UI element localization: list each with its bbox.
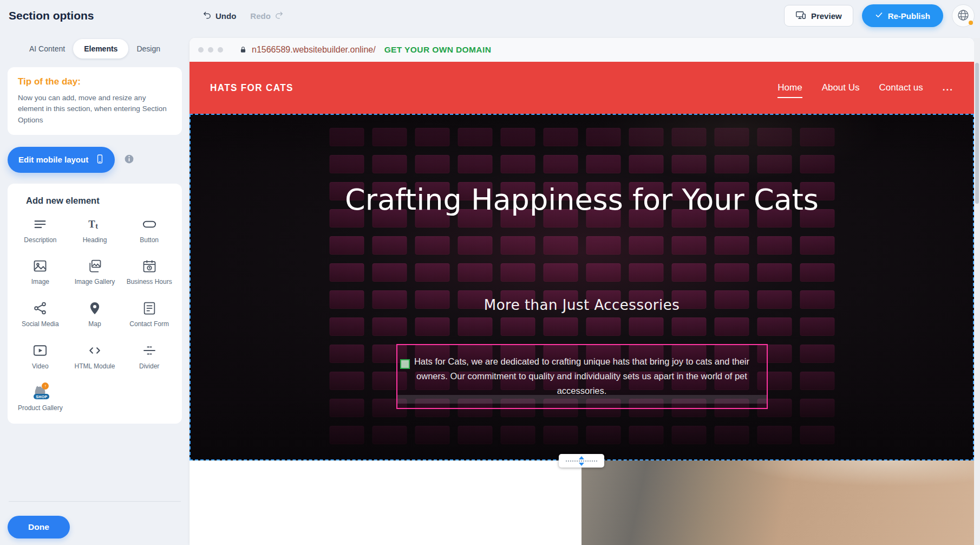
hero-tile [586,263,620,282]
element-business-hours[interactable]: Business Hours [123,258,175,287]
hero-tile [329,236,364,255]
hero-tile [757,426,792,444]
hero-tile [372,317,407,336]
info-button[interactable] [123,154,135,166]
hero-tile [586,128,620,146]
edit-mobile-layout-button[interactable]: Edit mobile layout [8,147,115,173]
image-icon [32,258,48,274]
hero-tile [714,236,749,255]
phone-icon [95,154,105,166]
history-controls: Undo Redo [202,0,284,31]
nav-about-us[interactable]: About Us [822,82,860,93]
element-heading[interactable]: TtHeading [69,217,121,245]
resize-dotted-line [566,460,597,462]
next-section-photo [582,460,974,545]
hero-tile [329,399,364,417]
element-image-gallery[interactable]: Image Gallery [69,258,121,287]
element-html-module[interactable]: HTML Module [69,343,121,371]
element-image[interactable]: Image [14,258,67,287]
social-media-icon [32,301,48,316]
section-options-sidebar: AI ContentElementsDesign Tip of the day:… [0,31,190,545]
hero-tile [415,426,449,444]
hero-tile [629,317,663,336]
hero-tile [714,317,749,336]
done-button[interactable]: Done [8,516,70,538]
hero-tile [329,263,364,282]
hero-tile [800,317,834,336]
preview-button[interactable]: Preview [784,5,853,27]
heading-icon: Tt [87,217,102,232]
get-domain-link[interactable]: GET YOUR OWN DOMAIN [384,45,492,55]
element-label: Business Hours [127,278,172,287]
hero-tile [543,426,578,444]
hero-tile [415,155,449,173]
element-description[interactable]: Description [14,217,67,245]
editor-canvas: n1566589.websitebuilder.online/ GET YOUR… [190,38,974,545]
republish-button[interactable]: Re-Publish [862,4,943,27]
element-divider[interactable]: Divider [123,343,175,371]
undo-button[interactable]: Undo [202,10,236,21]
hero-tile [714,128,749,146]
element-label: Description [24,236,56,245]
element-product-gallery[interactable]: SHOP↑Product Gallery [14,385,67,413]
hero-tile [800,155,834,173]
element-label: HTML Module [75,362,115,371]
hero-tile [415,128,449,146]
redo-icon [275,10,284,21]
tab-design[interactable]: Design [129,40,168,58]
element-map[interactable]: Map [69,301,121,329]
hero-tile [372,128,407,146]
hero-tile [500,426,535,444]
hero-tile [671,236,706,255]
tab-ai-content[interactable]: AI Content [22,40,73,58]
hero-section[interactable]: Crafting Happiness for Your Cats More th… [190,114,974,460]
redo-button[interactable]: Redo [250,10,284,21]
element-button[interactable]: Button [123,217,175,245]
element-label: Divider [139,362,159,371]
hero-tile [671,155,706,173]
hero-tile [543,155,578,173]
element-contact-form[interactable]: Contact Form [123,301,175,329]
nav-contact-us[interactable]: Contact us [879,82,923,93]
monitor-icon [795,10,806,22]
page-title: Section options [9,9,94,22]
lock-icon [239,46,247,54]
hero-tile [329,155,364,173]
hero-tile [757,236,792,255]
nav-home[interactable]: Home [778,82,802,93]
language-globe-button[interactable] [952,4,975,27]
hero-tile [629,263,663,282]
site-logo[interactable]: HATS FOR CATS [210,82,293,94]
vertical-scrollbar [974,38,980,545]
svg-text:T: T [88,218,95,230]
element-label: Social Media [22,320,59,329]
element-social-media[interactable]: Social Media [14,301,67,329]
nav-more[interactable]: ... [943,82,953,93]
site-header[interactable]: HATS FOR CATS HomeAbout UsContact us... [190,62,974,114]
hero-tile [458,426,492,444]
hero-tile [329,317,364,336]
section-resize-handle[interactable] [559,454,604,468]
tab-elements[interactable]: Elements [73,39,128,59]
hero-heading[interactable]: Crafting Happiness for Your Cats [190,178,974,222]
element-video[interactable]: Video [14,343,67,371]
hero-tile [800,236,834,255]
site-url[interactable]: n1566589.websitebuilder.online/ [252,45,376,55]
hero-tile [671,317,706,336]
element-label: Video [32,362,48,371]
mobile-layout-row: Edit mobile layout [8,147,182,173]
hero-tile [372,426,407,444]
scrollbar-thumb[interactable] [975,63,979,204]
drag-handle[interactable] [400,359,410,369]
selected-paragraph-block[interactable]: Hats for Cats, we are dedicated to craft… [396,344,768,409]
hero-tile [500,263,535,282]
add-element-title: Add new element [14,196,175,206]
undo-icon [202,10,212,21]
hero-tile [757,155,792,173]
hero-tile [800,263,834,282]
topbar-actions: Preview Re-Publish [784,4,980,27]
html-module-icon [87,343,102,358]
hero-subheading[interactable]: More than Just Accessories [190,297,974,313]
hero-tile [586,317,620,336]
next-section [190,460,974,545]
